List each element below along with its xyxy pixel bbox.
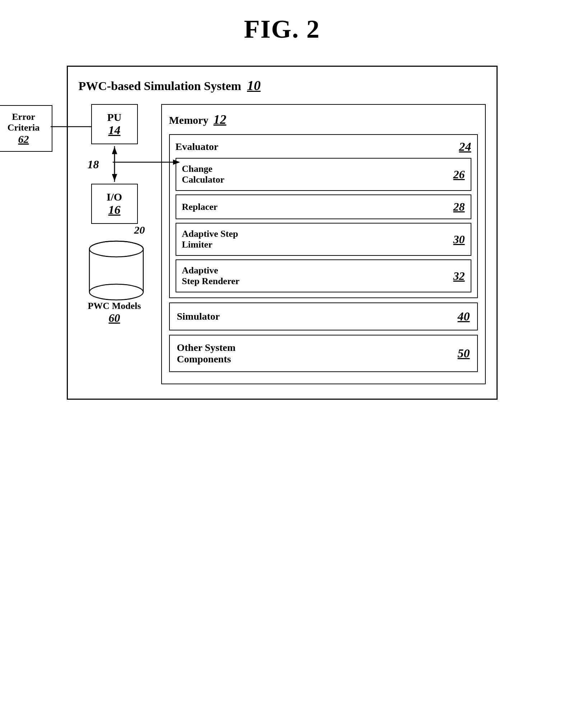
system-name: PWC-based Simulation System [79, 79, 241, 93]
pwc-models-ref: 60 [88, 311, 141, 325]
evaluator-header: Evaluator 24 [176, 140, 471, 154]
evaluator-ref: 24 [459, 140, 471, 154]
adaptive-step-limiter-name: Adaptive StepLimiter [182, 229, 238, 250]
memory-name: Memory [169, 114, 209, 126]
memory-label: Memory 12 [169, 112, 478, 127]
adaptive-step-renderer-box: AdaptiveStep Renderer 32 [176, 259, 471, 292]
system-box: PWC-based Simulation System 10 PU 14 [67, 66, 498, 400]
arrow-to-memory [113, 155, 185, 169]
change-calculator-name: ChangeCalculator [182, 164, 224, 185]
simulator-box: Simulator 40 [169, 302, 478, 330]
other-system-box: Other SystemComponents 50 [169, 335, 478, 372]
error-criteria-ref: 62 [0, 133, 48, 145]
error-criteria-label: Error Criteria [0, 112, 48, 133]
cylinder-label: PWC Models 60 [88, 301, 141, 325]
adaptive-step-renderer-ref: 32 [453, 269, 465, 283]
replacer-name: Replacer [182, 202, 218, 212]
cylinder-wrap: 20 [88, 238, 141, 304]
simulator-name: Simulator [177, 311, 220, 322]
svg-point-12 [89, 284, 143, 300]
replacer-box: Replacer 28 [176, 194, 471, 219]
error-criteria-box: Error Criteria 62 [0, 105, 52, 152]
other-system-ref: 50 [458, 347, 470, 360]
pu-io-arrow-section: 18 [91, 144, 138, 184]
arrow-18-label: 18 [88, 158, 99, 171]
io-ref: 16 [95, 203, 134, 217]
pu-name: PU [95, 111, 134, 123]
io-box: I/O 16 [91, 184, 138, 224]
io-name: I/O [95, 191, 134, 203]
memory-section: Memory 12 Evaluator 24 ChangeCalculator … [161, 104, 486, 384]
evaluator-inner-boxes: ChangeCalculator 26 Replacer 28 Adaptive… [176, 158, 471, 292]
system-content: PU 14 [79, 104, 486, 384]
system-label: PWC-based Simulation System 10 [79, 78, 486, 93]
simulator-ref: 40 [458, 310, 470, 323]
other-system-name: Other SystemComponents [177, 342, 236, 365]
adaptive-step-limiter-ref: 30 [453, 233, 465, 246]
change-calculator-box: ChangeCalculator 26 [176, 158, 471, 191]
pwc-cylinder: 20 [88, 238, 141, 325]
diagram-outer: Error Criteria 62 PWC-based Simulation S… [67, 66, 498, 400]
left-column: PU 14 [79, 104, 150, 325]
cylinder-num-20: 20 [134, 224, 145, 236]
cylinder-svg [88, 238, 145, 303]
page-title: FIG. 2 [244, 14, 320, 44]
evaluator-name: Evaluator [176, 141, 219, 152]
system-ref: 10 [247, 78, 261, 93]
evaluator-box: Evaluator 24 ChangeCalculator 26 Replace… [169, 134, 478, 298]
adaptive-step-limiter-box: Adaptive StepLimiter 30 [176, 223, 471, 256]
adaptive-step-renderer-name: AdaptiveStep Renderer [182, 265, 240, 287]
change-calculator-ref: 26 [453, 168, 465, 181]
error-criteria-section: Error Criteria 62 [0, 105, 52, 152]
pu-box: PU 14 [91, 104, 138, 144]
memory-ref: 12 [213, 112, 226, 127]
replacer-ref: 28 [453, 200, 465, 213]
pu-ref: 14 [95, 123, 134, 137]
